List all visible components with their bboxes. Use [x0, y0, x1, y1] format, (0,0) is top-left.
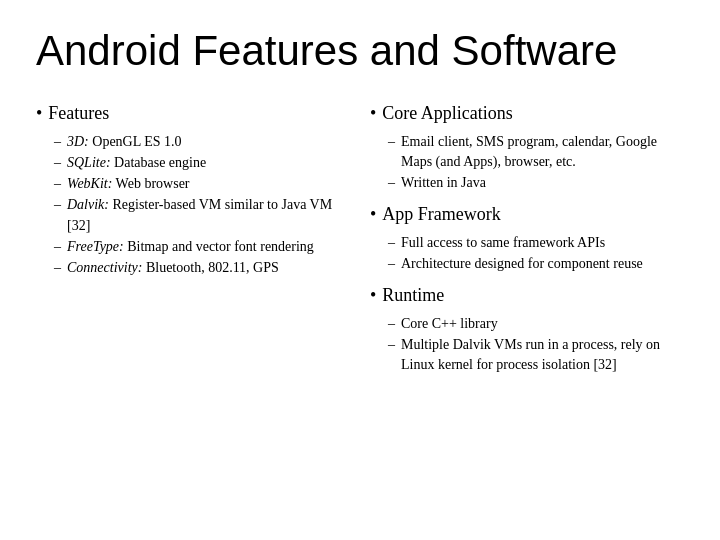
runtime-list: – Core C++ library – Multiple Dalvik VMs…: [388, 314, 684, 376]
core-apps-list: – Email client, SMS program, calendar, G…: [388, 132, 684, 194]
features-label: Features: [48, 102, 109, 125]
runtime-item-0: Core C++ library: [401, 314, 498, 334]
runtime-bullet-dot: •: [370, 284, 376, 307]
core-apps-bullet-dot: •: [370, 102, 376, 125]
list-item: – Core C++ library: [388, 314, 684, 334]
feature-webkit: WebKit: Web browser: [67, 174, 190, 194]
app-framework-label: App Framework: [382, 203, 500, 226]
core-apps-item-1: Written in Java: [401, 173, 486, 193]
core-apps-label: Core Applications: [382, 102, 512, 125]
left-column: • Features – 3D: OpenGL ES 1.0 – SQLite:…: [36, 102, 350, 286]
slide: Android Features and Software • Features…: [0, 0, 720, 540]
feature-connectivity: Connectivity: Bluetooth, 802.11, GPS: [67, 258, 279, 278]
list-item: – Written in Java: [388, 173, 684, 193]
list-item: – SQLite: Database engine: [54, 153, 350, 173]
app-framework-header: • App Framework: [370, 203, 684, 226]
features-bullet-dot: •: [36, 102, 42, 125]
slide-title: Android Features and Software: [36, 28, 684, 74]
list-item: – Email client, SMS program, calendar, G…: [388, 132, 684, 173]
list-item: – 3D: OpenGL ES 1.0: [54, 132, 350, 152]
feature-dalvik: Dalvik: Register-based VM similar to Jav…: [67, 195, 350, 236]
runtime-item-1: Multiple Dalvik VMs run in a process, re…: [401, 335, 684, 376]
content-area: • Features – 3D: OpenGL ES 1.0 – SQLite:…: [36, 102, 684, 384]
core-apps-item-0: Email client, SMS program, calendar, Goo…: [401, 132, 684, 173]
list-item: – Dalvik: Register-based VM similar to J…: [54, 195, 350, 236]
list-item: – Multiple Dalvik VMs run in a process, …: [388, 335, 684, 376]
list-item: – Architecture designed for component re…: [388, 254, 684, 274]
feature-sqlite: SQLite: Database engine: [67, 153, 206, 173]
right-column: • Core Applications – Email client, SMS …: [370, 102, 684, 384]
app-framework-list: – Full access to same framework APIs – A…: [388, 233, 684, 275]
runtime-label: Runtime: [382, 284, 444, 307]
list-item: – FreeType: Bitmap and vector font rende…: [54, 237, 350, 257]
core-apps-header: • Core Applications: [370, 102, 684, 125]
list-item: – WebKit: Web browser: [54, 174, 350, 194]
list-item: – Full access to same framework APIs: [388, 233, 684, 253]
app-framework-bullet-dot: •: [370, 203, 376, 226]
features-header: • Features: [36, 102, 350, 125]
app-framework-item-1: Architecture designed for component reus…: [401, 254, 643, 274]
list-item: – Connectivity: Bluetooth, 802.11, GPS: [54, 258, 350, 278]
feature-freetype: FreeType: Bitmap and vector font renderi…: [67, 237, 314, 257]
app-framework-item-0: Full access to same framework APIs: [401, 233, 605, 253]
runtime-header: • Runtime: [370, 284, 684, 307]
feature-3d: 3D: OpenGL ES 1.0: [67, 132, 182, 152]
features-list: – 3D: OpenGL ES 1.0 – SQLite: Database e…: [54, 132, 350, 279]
